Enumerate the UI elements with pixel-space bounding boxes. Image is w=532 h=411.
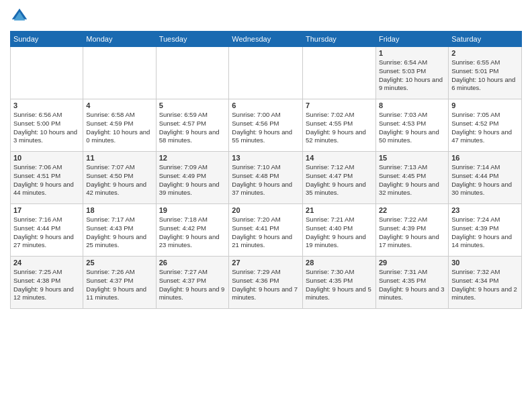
calendar-cell: [83, 47, 156, 99]
weekday-header-tuesday: Tuesday: [156, 32, 229, 47]
calendar-cell: 1Sunrise: 6:54 AM Sunset: 5:03 PM Daylig…: [375, 47, 448, 99]
calendar-cell: 19Sunrise: 7:18 AM Sunset: 4:42 PM Dayli…: [156, 204, 229, 257]
day-number: 2: [451, 49, 519, 57]
weekday-header-saturday: Saturday: [449, 32, 522, 47]
logo-icon: [10, 7, 29, 26]
day-number: 18: [86, 206, 152, 214]
calendar-cell: 9Sunrise: 7:05 AM Sunset: 4:52 PM Daylig…: [449, 99, 522, 152]
day-number: 19: [159, 206, 226, 214]
day-number: 5: [159, 101, 226, 109]
day-number: 29: [379, 259, 445, 267]
day-info: Sunrise: 6:59 AM Sunset: 4:57 PM Dayligh…: [159, 111, 226, 145]
calendar-page: SundayMondayTuesdayWednesdayThursdayFrid…: [0, 0, 532, 411]
day-info: Sunrise: 7:05 AM Sunset: 4:52 PM Dayligh…: [451, 111, 519, 145]
day-number: 12: [159, 154, 226, 162]
day-number: 21: [306, 206, 373, 214]
day-number: 13: [232, 154, 300, 162]
day-info: Sunrise: 7:14 AM Sunset: 4:44 PM Dayligh…: [451, 163, 519, 197]
calendar-cell: [156, 47, 229, 99]
calendar-cell: 2Sunrise: 6:55 AM Sunset: 5:01 PM Daylig…: [449, 47, 522, 99]
day-info: Sunrise: 7:26 AM Sunset: 4:37 PM Dayligh…: [86, 268, 152, 302]
page-header: [10, 7, 522, 26]
weekday-header-friday: Friday: [375, 32, 448, 47]
calendar-cell: 6Sunrise: 7:00 AM Sunset: 4:56 PM Daylig…: [229, 99, 303, 152]
day-info: Sunrise: 7:02 AM Sunset: 4:55 PM Dayligh…: [306, 111, 373, 145]
calendar-cell: [11, 47, 83, 99]
day-info: Sunrise: 7:09 AM Sunset: 4:49 PM Dayligh…: [159, 163, 226, 197]
day-number: 14: [306, 154, 373, 162]
day-info: Sunrise: 7:24 AM Sunset: 4:39 PM Dayligh…: [451, 216, 519, 250]
day-info: Sunrise: 7:00 AM Sunset: 4:56 PM Dayligh…: [232, 111, 300, 145]
calendar-cell: 28Sunrise: 7:30 AM Sunset: 4:35 PM Dayli…: [303, 257, 376, 309]
calendar-cell: 15Sunrise: 7:13 AM Sunset: 4:45 PM Dayli…: [375, 152, 448, 204]
day-info: Sunrise: 6:56 AM Sunset: 5:00 PM Dayligh…: [13, 111, 80, 145]
week-row-2: 10Sunrise: 7:06 AM Sunset: 4:51 PM Dayli…: [11, 152, 522, 204]
calendar-table: SundayMondayTuesdayWednesdayThursdayFrid…: [10, 31, 522, 309]
day-info: Sunrise: 7:32 AM Sunset: 4:34 PM Dayligh…: [451, 268, 519, 302]
calendar-cell: 29Sunrise: 7:31 AM Sunset: 4:35 PM Dayli…: [375, 257, 448, 309]
week-row-0: 1Sunrise: 6:54 AM Sunset: 5:03 PM Daylig…: [11, 47, 522, 99]
day-info: Sunrise: 6:54 AM Sunset: 5:03 PM Dayligh…: [379, 58, 445, 93]
day-number: 6: [232, 101, 300, 109]
day-info: Sunrise: 7:30 AM Sunset: 4:35 PM Dayligh…: [306, 268, 373, 302]
day-number: 22: [379, 206, 445, 214]
day-info: Sunrise: 7:16 AM Sunset: 4:44 PM Dayligh…: [13, 216, 80, 250]
day-info: Sunrise: 7:18 AM Sunset: 4:42 PM Dayligh…: [159, 216, 226, 250]
day-info: Sunrise: 6:58 AM Sunset: 4:59 PM Dayligh…: [86, 111, 152, 145]
calendar-cell: 27Sunrise: 7:29 AM Sunset: 4:36 PM Dayli…: [229, 257, 303, 309]
calendar-cell: 21Sunrise: 7:21 AM Sunset: 4:40 PM Dayli…: [303, 204, 376, 257]
day-number: 27: [232, 259, 300, 267]
calendar-cell: 7Sunrise: 7:02 AM Sunset: 4:55 PM Daylig…: [303, 99, 376, 152]
weekday-header-wednesday: Wednesday: [229, 32, 303, 47]
day-number: 20: [232, 206, 300, 214]
day-info: Sunrise: 7:06 AM Sunset: 4:51 PM Dayligh…: [13, 163, 80, 197]
day-number: 4: [86, 101, 152, 109]
day-number: 7: [306, 101, 373, 109]
calendar-cell: 25Sunrise: 7:26 AM Sunset: 4:37 PM Dayli…: [83, 257, 156, 309]
day-number: 25: [86, 259, 152, 267]
week-row-1: 3Sunrise: 6:56 AM Sunset: 5:00 PM Daylig…: [11, 99, 522, 152]
calendar-cell: 3Sunrise: 6:56 AM Sunset: 5:00 PM Daylig…: [11, 99, 83, 152]
calendar-cell: 14Sunrise: 7:12 AM Sunset: 4:47 PM Dayli…: [303, 152, 376, 204]
week-row-3: 17Sunrise: 7:16 AM Sunset: 4:44 PM Dayli…: [11, 204, 522, 257]
calendar-cell: 11Sunrise: 7:07 AM Sunset: 4:50 PM Dayli…: [83, 152, 156, 204]
calendar-cell: 10Sunrise: 7:06 AM Sunset: 4:51 PM Dayli…: [11, 152, 83, 204]
calendar-cell: 30Sunrise: 7:32 AM Sunset: 4:34 PM Dayli…: [449, 257, 522, 309]
day-info: Sunrise: 7:10 AM Sunset: 4:48 PM Dayligh…: [232, 163, 300, 197]
weekday-header-row: SundayMondayTuesdayWednesdayThursdayFrid…: [11, 32, 522, 47]
calendar-cell: 5Sunrise: 6:59 AM Sunset: 4:57 PM Daylig…: [156, 99, 229, 152]
day-info: Sunrise: 7:17 AM Sunset: 4:43 PM Dayligh…: [86, 216, 152, 250]
day-info: Sunrise: 7:21 AM Sunset: 4:40 PM Dayligh…: [306, 216, 373, 250]
calendar-cell: 23Sunrise: 7:24 AM Sunset: 4:39 PM Dayli…: [449, 204, 522, 257]
day-info: Sunrise: 7:31 AM Sunset: 4:35 PM Dayligh…: [379, 268, 445, 302]
weekday-header-monday: Monday: [83, 32, 156, 47]
day-number: 8: [379, 101, 445, 109]
calendar-cell: [229, 47, 303, 99]
calendar-cell: 17Sunrise: 7:16 AM Sunset: 4:44 PM Dayli…: [11, 204, 83, 257]
calendar-cell: 4Sunrise: 6:58 AM Sunset: 4:59 PM Daylig…: [83, 99, 156, 152]
day-info: Sunrise: 6:55 AM Sunset: 5:01 PM Dayligh…: [451, 58, 519, 93]
day-info: Sunrise: 7:22 AM Sunset: 4:39 PM Dayligh…: [379, 216, 445, 250]
weekday-header-sunday: Sunday: [11, 32, 83, 47]
day-number: 17: [13, 206, 80, 214]
calendar-cell: 26Sunrise: 7:27 AM Sunset: 4:37 PM Dayli…: [156, 257, 229, 309]
day-info: Sunrise: 7:29 AM Sunset: 4:36 PM Dayligh…: [232, 268, 300, 302]
day-number: 24: [13, 259, 80, 267]
day-number: 26: [159, 259, 226, 267]
day-info: Sunrise: 7:13 AM Sunset: 4:45 PM Dayligh…: [379, 163, 445, 197]
calendar-cell: 8Sunrise: 7:03 AM Sunset: 4:53 PM Daylig…: [375, 99, 448, 152]
week-row-4: 24Sunrise: 7:25 AM Sunset: 4:38 PM Dayli…: [11, 257, 522, 309]
day-number: 15: [379, 154, 445, 162]
weekday-header-thursday: Thursday: [303, 32, 376, 47]
calendar-cell: 24Sunrise: 7:25 AM Sunset: 4:38 PM Dayli…: [11, 257, 83, 309]
calendar-cell: 20Sunrise: 7:20 AM Sunset: 4:41 PM Dayli…: [229, 204, 303, 257]
day-number: 30: [451, 259, 519, 267]
day-info: Sunrise: 7:27 AM Sunset: 4:37 PM Dayligh…: [159, 268, 226, 302]
day-number: 28: [306, 259, 373, 267]
calendar-cell: 22Sunrise: 7:22 AM Sunset: 4:39 PM Dayli…: [375, 204, 448, 257]
day-info: Sunrise: 7:25 AM Sunset: 4:38 PM Dayligh…: [13, 268, 80, 302]
day-info: Sunrise: 7:03 AM Sunset: 4:53 PM Dayligh…: [379, 111, 445, 145]
day-info: Sunrise: 7:20 AM Sunset: 4:41 PM Dayligh…: [232, 216, 300, 250]
logo: [10, 7, 32, 26]
day-info: Sunrise: 7:07 AM Sunset: 4:50 PM Dayligh…: [86, 163, 152, 197]
